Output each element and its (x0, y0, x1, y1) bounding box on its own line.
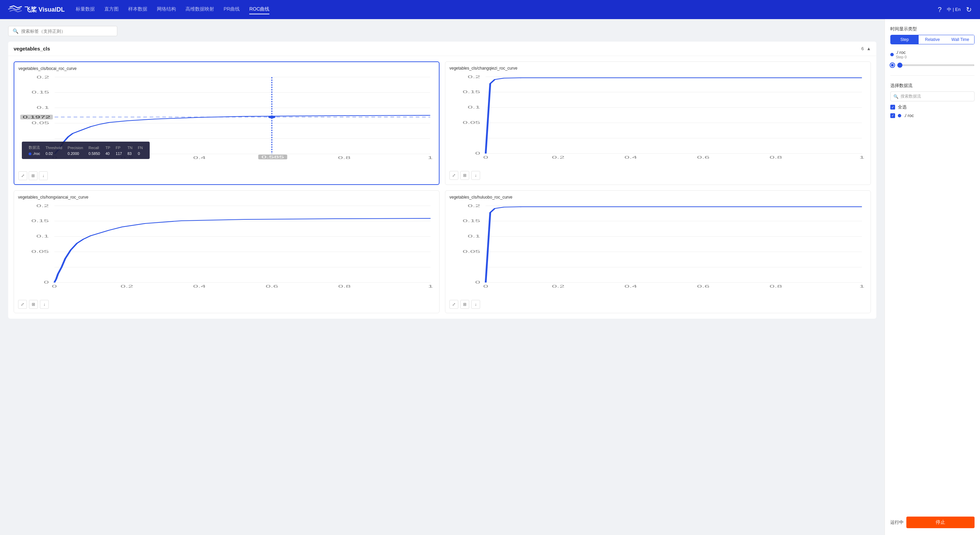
svg-text:0.1972: 0.1972 (23, 115, 51, 119)
tooltip-row-tp: 40 (103, 151, 113, 156)
chart-changqiezi[interactable]: vegetables_cls/changqiezi_roc_curve 0.2 … (445, 61, 871, 185)
datasource-dot (890, 53, 894, 56)
chart-changqiezi-wrapper: 0.2 0.15 0.1 0.05 0 0 0.2 0.4 0.6 0.8 1 (449, 73, 867, 169)
sidebar: 时间显示类型 Step Relative Wall Time ./ roc St… (885, 19, 980, 535)
search-input[interactable] (21, 29, 113, 34)
expand-btn[interactable]: ⤢ (18, 171, 27, 180)
search-bar[interactable]: 🔍 (8, 26, 117, 36)
grid-btn-3[interactable]: ⊞ (29, 300, 38, 309)
step-slider[interactable] (897, 64, 975, 66)
nav-pr[interactable]: PR曲线 (224, 5, 240, 14)
stop-button[interactable]: 停止 (906, 517, 975, 528)
download-btn[interactable]: ↓ (39, 171, 48, 180)
tooltip-row-recall: 0.5850 (86, 151, 103, 156)
tooltip-header-tp: TP (103, 144, 113, 151)
charts-section: vegetables_cls 6 ▲ vegetables_cls/bocai_… (8, 42, 877, 319)
chart-hongxiancai[interactable]: vegetables_cls/hongxiancai_roc_curve 0.2… (14, 190, 439, 313)
datasource-search[interactable]: 🔍 搜索数据流 (890, 91, 975, 101)
svg-text:0.4: 0.4 (624, 284, 637, 288)
expand-btn-2[interactable]: ⤢ (449, 171, 458, 180)
time-type-section: 时间显示类型 Step Relative Wall Time (890, 26, 975, 44)
svg-text:0.4: 0.4 (193, 284, 205, 288)
nav-roc[interactable]: ROC曲线 (249, 5, 269, 14)
tooltip-header-fp: FP (113, 144, 124, 151)
svg-text:0: 0 (475, 152, 480, 155)
chart-bocai-controls: ⤢ ⊞ ↓ (18, 171, 435, 180)
tooltip-row-threshold: 0.02 (43, 151, 65, 156)
svg-text:0.6: 0.6 (697, 284, 710, 288)
datasource-name: ./ roc Step 0 (896, 50, 907, 59)
svg-text:0.15: 0.15 (463, 90, 480, 94)
sidebar-divider (890, 75, 975, 76)
chart-huluobo[interactable]: vegetables_cls/huluobo_roc_curve 0.2 0.1… (445, 190, 871, 313)
tooltip-row-precision: 0.2000 (65, 151, 86, 156)
grid-btn-2[interactable]: ⊞ (460, 171, 469, 180)
expand-btn-4[interactable]: ⤢ (449, 300, 458, 309)
chart-bocai-title: vegetables_cls/bocai_roc_curve (18, 66, 435, 71)
chart-changqiezi-title: vegetables_cls/changqiezi_roc_curve (449, 66, 867, 70)
refresh-icon[interactable]: ↻ (966, 5, 972, 14)
datasource-item-label: ./ roc (904, 113, 914, 118)
nav-highdim[interactable]: 高维数据映射 (186, 5, 214, 14)
chart-huluobo-controls: ⤢ ⊞ ↓ (449, 300, 867, 309)
time-type-walltime[interactable]: Wall Time (946, 35, 974, 44)
download-btn-4[interactable]: ↓ (471, 300, 480, 309)
tooltip-row-fp: 117 (113, 151, 124, 156)
select-datasource-label: 选择数据流 (890, 83, 975, 89)
search-icon: 🔍 (13, 28, 18, 34)
nav-right: ? 中 | En ↻ (938, 5, 972, 14)
svg-text:0.15: 0.15 (463, 219, 480, 223)
nav-links: 标量数据 直方图 样本数据 网络结构 高维数据映射 PR曲线 ROC曲线 (76, 5, 927, 14)
svg-text:0: 0 (44, 281, 49, 284)
svg-text:0.2: 0.2 (36, 204, 49, 208)
download-btn-3[interactable]: ↓ (40, 300, 49, 309)
expand-btn-3[interactable]: ⤢ (18, 300, 27, 309)
download-btn-2[interactable]: ↓ (471, 171, 480, 180)
top-navigation: 飞桨 VisualDL 标量数据 直方图 样本数据 网络结构 高维数据映射 PR… (0, 0, 980, 19)
svg-text:0.2: 0.2 (37, 75, 49, 79)
grid-btn-4[interactable]: ⊞ (460, 300, 469, 309)
tooltip-header-precision: Precision (65, 144, 86, 151)
app-logo: 飞桨 VisualDL (8, 5, 65, 15)
nav-scalar[interactable]: 标量数据 (76, 5, 95, 14)
section-title: vegetables_cls (14, 46, 50, 51)
chart-hongxiancai-wrapper: 0.2 0.15 0.1 0.05 0 0 0.2 0.4 0.6 0.8 1 (18, 202, 435, 298)
svg-text:0: 0 (52, 284, 57, 288)
running-button[interactable]: 运行中 (890, 519, 904, 525)
chart-bocai[interactable]: vegetables_cls/bocai_roc_curve 0.2 (14, 61, 439, 185)
chart-hongxiancai-controls: ⤢ ⊞ ↓ (18, 300, 435, 309)
datasource-section: ./ roc Step 0 (890, 50, 975, 69)
collapse-icon[interactable]: ▲ (867, 46, 871, 51)
chart-huluobo-svg: 0.2 0.15 0.1 0.05 0 0 0.2 0.4 0.6 0.8 1 (449, 202, 867, 291)
svg-text:0.15: 0.15 (31, 219, 49, 223)
nav-histogram[interactable]: 直方图 (104, 5, 119, 14)
time-type-relative[interactable]: Relative (919, 35, 947, 44)
tooltip-row-datasource: ./roc (26, 151, 43, 156)
roc-dot (898, 114, 901, 117)
svg-text:0: 0 (483, 284, 488, 288)
time-type-label: 时间显示类型 (890, 26, 975, 32)
tooltip-row-fn: 0 (135, 151, 146, 156)
datasource-checkbox-item[interactable]: ./ roc (890, 113, 975, 118)
nav-network[interactable]: 网络结构 (157, 5, 176, 14)
nav-sample[interactable]: 样本数据 (128, 5, 147, 14)
tooltip-header-threshold: Threshold (43, 144, 65, 151)
slider-row (890, 62, 975, 69)
svg-text:0: 0 (483, 156, 488, 159)
svg-text:1: 1 (428, 156, 433, 160)
question-icon[interactable]: ? (938, 6, 942, 14)
svg-text:1: 1 (428, 284, 433, 288)
tooltip-header-fn: FN (135, 144, 146, 151)
datasource-label: ./ roc (896, 50, 907, 55)
chart-hongxiancai-svg: 0.2 0.15 0.1 0.05 0 0 0.2 0.4 0.6 0.8 1 (18, 202, 435, 291)
lang-switch[interactable]: 中 | En (947, 6, 961, 13)
svg-text:0.4: 0.4 (193, 156, 205, 160)
svg-text:0.6: 0.6 (266, 284, 278, 288)
time-type-step[interactable]: Step (891, 35, 919, 44)
select-all-checkbox[interactable]: 全选 (890, 104, 975, 110)
chart-changqiezi-svg: 0.2 0.15 0.1 0.05 0 0 0.2 0.4 0.6 0.8 1 (449, 73, 867, 162)
svg-text:0.05: 0.05 (463, 250, 480, 254)
grid-btn[interactable]: ⊞ (29, 171, 38, 180)
datasource-step: Step 0 (896, 55, 907, 59)
checkbox-all-icon (890, 105, 895, 110)
